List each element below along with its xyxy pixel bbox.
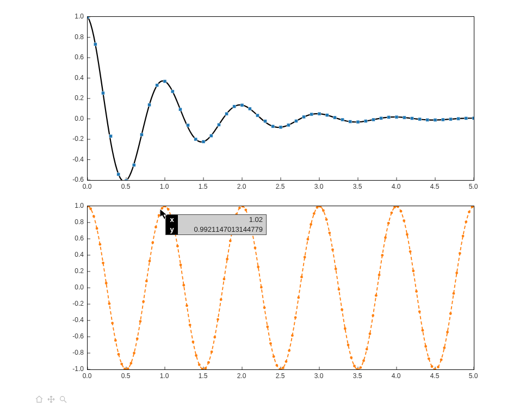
svg-point-187 [378, 274, 381, 276]
svg-point-105 [123, 368, 126, 369]
svg-point-201 [422, 329, 424, 332]
x-tick-label: 0.0 [83, 183, 92, 190]
y-tick-label: -1.0 [69, 365, 84, 373]
svg-rect-30 [163, 80, 166, 83]
svg-point-184 [369, 332, 372, 335]
svg-point-200 [418, 310, 421, 313]
svg-point-103 [118, 353, 120, 356]
x-tick-label: 3.5 [353, 183, 362, 190]
svg-rect-24 [117, 172, 120, 176]
svg-point-203 [428, 357, 430, 360]
x-tick-label: 1.0 [160, 183, 169, 190]
y-tick-label: -0.6 [69, 176, 84, 183]
svg-rect-68 [457, 117, 460, 120]
svg-point-109 [136, 337, 139, 340]
svg-rect-64 [426, 118, 429, 121]
svg-rect-35 [202, 140, 205, 143]
svg-point-95 [92, 215, 95, 218]
home-icon[interactable] [35, 395, 44, 405]
svg-point-197 [409, 250, 412, 253]
svg-rect-57 [372, 118, 375, 121]
svg-point-107 [129, 362, 132, 365]
x-tick-label: 2.0 [237, 372, 246, 380]
svg-point-177 [347, 344, 350, 347]
svg-rect-40 [240, 103, 244, 107]
svg-point-133 [211, 350, 213, 353]
x-tick-label: 0.5 [121, 372, 131, 380]
svg-rect-38 [225, 112, 228, 115]
svg-rect-50 [318, 112, 321, 115]
svg-rect-60 [395, 115, 398, 119]
svg-point-96 [96, 227, 98, 230]
svg-rect-41 [248, 107, 251, 110]
x-tick-label: 4.5 [430, 183, 440, 190]
svg-point-194 [400, 210, 403, 213]
plot-toolbar [35, 395, 67, 405]
svg-point-161 [297, 297, 300, 299]
svg-point-159 [291, 334, 294, 337]
svg-point-112 [145, 280, 148, 282]
y-tick-label: 0.8 [69, 33, 84, 41]
svg-point-139 [229, 239, 232, 242]
y-tick-label: 0.2 [69, 267, 84, 275]
svg-point-193 [397, 206, 399, 208]
svg-point-152 [269, 342, 272, 345]
svg-rect-53 [341, 118, 344, 121]
svg-point-182 [362, 360, 365, 362]
svg-point-179 [353, 365, 356, 367]
svg-point-134 [213, 336, 216, 338]
tooltip-y-value: 0.9921147013144779 [178, 225, 266, 234]
svg-point-212 [455, 271, 458, 274]
svg-point-183 [366, 348, 368, 350]
chart-panel-bottom[interactable] [87, 206, 474, 370]
x-tick-label: 1.0 [160, 372, 169, 380]
svg-point-123 [180, 264, 182, 267]
svg-point-94 [89, 207, 92, 210]
svg-point-128 [195, 354, 197, 357]
svg-rect-49 [310, 113, 313, 116]
svg-point-188 [381, 254, 384, 257]
svg-point-106 [127, 367, 129, 369]
svg-point-147 [254, 246, 257, 249]
svg-point-210 [449, 312, 452, 315]
svg-point-158 [288, 349, 290, 352]
svg-point-150 [263, 306, 266, 309]
svg-rect-25 [125, 179, 128, 180]
svg-point-122 [176, 245, 179, 248]
svg-rect-55 [356, 120, 360, 123]
svg-rect-59 [387, 116, 391, 119]
svg-point-98 [102, 262, 104, 264]
svg-rect-32 [178, 108, 182, 111]
pan-icon[interactable] [47, 395, 55, 405]
svg-point-214 [462, 234, 465, 237]
svg-point-207 [440, 359, 443, 361]
svg-point-111 [142, 300, 145, 303]
svg-point-124 [182, 284, 185, 287]
y-tick-label: 0.8 [69, 218, 84, 226]
x-tick-label: 4.0 [392, 183, 401, 190]
tooltip-x-key: x [166, 215, 178, 225]
x-tick-label: 2.0 [237, 183, 246, 190]
svg-rect-31 [171, 90, 174, 93]
svg-point-113 [149, 260, 151, 262]
hover-tooltip: x 1.02 y 0.9921147013144779 [165, 214, 267, 235]
svg-point-208 [443, 347, 446, 349]
y-tick-label: 0.2 [69, 94, 84, 102]
chart-panel-top[interactable] [87, 16, 474, 181]
svg-point-97 [98, 243, 101, 246]
svg-point-170 [325, 218, 328, 221]
svg-point-127 [191, 341, 194, 343]
x-tick-label: 1.5 [199, 372, 208, 380]
svg-point-165 [310, 223, 312, 226]
svg-point-176 [344, 328, 347, 330]
svg-point-102 [114, 339, 117, 342]
zoom-icon[interactable] [59, 395, 67, 405]
svg-point-186 [375, 294, 378, 297]
x-tick-label: 4.0 [392, 372, 401, 380]
y-tick-label: 0.6 [69, 234, 84, 242]
svg-rect-43 [264, 120, 267, 123]
svg-point-190 [387, 222, 390, 225]
x-tick-label: 3.0 [314, 183, 324, 190]
svg-rect-23 [109, 134, 113, 138]
svg-rect-27 [140, 133, 143, 136]
